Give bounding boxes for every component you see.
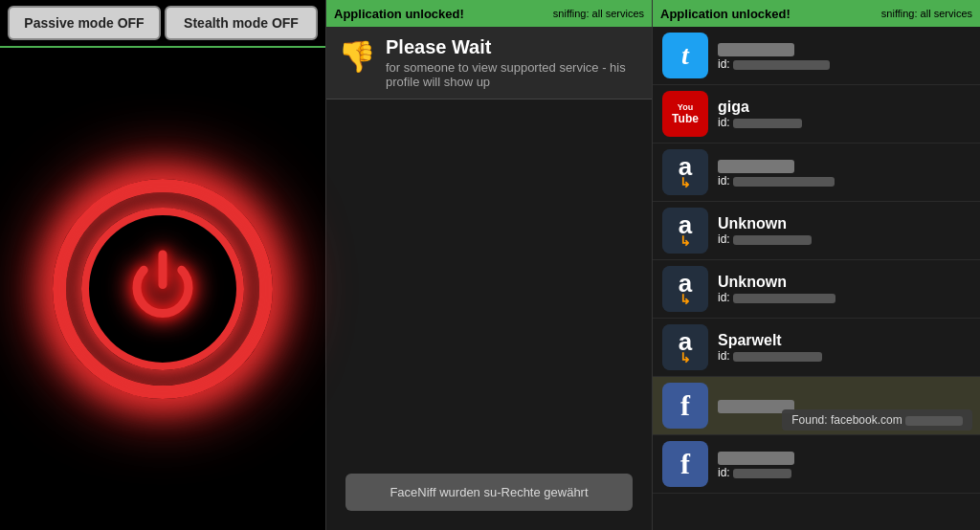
service-item[interactable]: a ↳ Unknown id: <box>653 260 980 319</box>
service-id: id: <box>718 174 970 188</box>
service-id: id: <box>718 466 970 479</box>
wait-subtitle: for someone to view supported service - … <box>386 60 640 89</box>
right-header-sniff: sniffing: all services <box>881 8 972 19</box>
right-panel: Application unlocked! sniffing: all serv… <box>653 0 980 530</box>
service-info: id: <box>718 40 970 71</box>
service-name <box>718 40 794 56</box>
amazon-logo-icon: a ↳ <box>662 208 708 254</box>
service-item[interactable]: a ↳ id: <box>653 144 980 202</box>
twitter-logo-icon: t <box>662 33 708 78</box>
facebook-logo-icon: f <box>662 441 708 487</box>
power-area <box>0 48 325 530</box>
service-item[interactable]: a ↳ Unknown id: <box>653 202 980 260</box>
service-item[interactable]: fFound: facebook.com <box>653 377 980 435</box>
service-name: Sparwelt <box>718 332 782 348</box>
service-info: Sparwelt id: <box>718 332 970 363</box>
power-icon <box>115 241 211 337</box>
right-header: Application unlocked! sniffing: all serv… <box>653 0 980 27</box>
thumbs-down-icon: 👎 <box>338 38 376 75</box>
wait-notification: 👎 Please Wait for someone to view suppor… <box>326 27 652 99</box>
middle-panel: Application unlocked! sniffing: all serv… <box>325 0 653 530</box>
service-info: id: <box>718 449 970 479</box>
amazon-logo-icon: a ↳ <box>662 266 708 312</box>
facebook-logo-icon: f <box>662 383 708 429</box>
service-name: giga <box>718 99 749 115</box>
service-id: id: <box>718 291 970 304</box>
middle-content <box>326 99 652 464</box>
right-header-title: Application unlocked! <box>660 7 791 21</box>
service-name <box>718 157 794 173</box>
service-name: Unknown <box>718 215 787 232</box>
service-name: Unknown <box>718 274 787 290</box>
passive-mode-button[interactable]: Passive mode OFF <box>8 6 161 40</box>
service-info: id: <box>718 157 970 188</box>
found-badge: Found: facebook.com <box>782 409 972 431</box>
wait-text-area: Please Wait for someone to view supporte… <box>386 36 640 89</box>
power-button-container[interactable] <box>48 174 278 404</box>
service-item[interactable]: a ↳ Sparwelt id: <box>653 319 980 377</box>
service-info: giga id: <box>718 99 970 129</box>
toast-message: FaceNiff wurden su-Rechte gewährt <box>345 474 633 511</box>
service-name <box>718 449 794 465</box>
service-list: t id: You Tube giga id: a ↳ id: a ↳ Unkn… <box>653 27 980 530</box>
service-info: Unknown id: <box>718 215 970 246</box>
service-id: id: <box>718 116 970 129</box>
wait-title: Please Wait <box>386 36 640 58</box>
middle-header-sniff: sniffing: all services <box>553 8 644 19</box>
youtube-logo-icon: You Tube <box>662 91 708 137</box>
service-item[interactable]: f id: <box>653 435 980 494</box>
middle-header: Application unlocked! sniffing: all serv… <box>326 0 652 27</box>
service-item[interactable]: You Tube giga id: <box>653 85 980 144</box>
service-item[interactable]: t id: <box>653 27 980 85</box>
top-bar: Passive mode OFF Stealth mode OFF <box>0 0 325 48</box>
amazon-logo-icon: a ↳ <box>662 324 708 370</box>
service-id: id: <box>718 232 970 246</box>
service-info: Unknown id: <box>718 274 970 304</box>
left-panel: Passive mode OFF Stealth mode OFF <box>0 0 325 530</box>
service-id: id: <box>718 349 970 363</box>
amazon-logo-icon: a ↳ <box>662 149 708 195</box>
stealth-mode-button[interactable]: Stealth mode OFF <box>165 6 318 40</box>
middle-header-title: Application unlocked! <box>334 7 464 21</box>
service-id: id: <box>718 57 970 71</box>
